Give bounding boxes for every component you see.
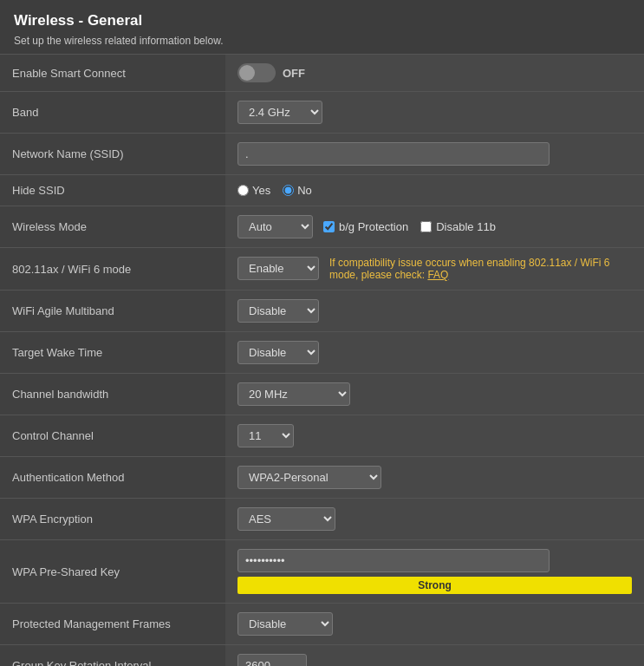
cell-smart-connect: OFF <box>225 55 644 92</box>
cell-target-wake-time: Disable Enable <box>225 332 644 374</box>
password-strength-indicator: Strong <box>237 577 632 594</box>
bg-protection-text: b/g Protection <box>339 220 408 233</box>
target-wake-time-select[interactable]: Disable Enable <box>237 341 319 364</box>
wifi6-warning-text: If compatibility issue occurs when enabl… <box>329 257 610 281</box>
hide-ssid-radio-group: Yes No <box>237 184 632 197</box>
label-smart-connect: Enable Smart Connect <box>0 55 225 92</box>
label-wpa-psk: WPA Pre-Shared Key <box>0 540 225 604</box>
agile-multiband-select[interactable]: Disable Enable <box>237 299 319 323</box>
row-agile-multiband: WiFi Agile Multiband Disable Enable <box>0 291 644 332</box>
smart-connect-toggle[interactable] <box>237 63 276 82</box>
settings-table: Enable Smart Connect OFF Band 2.4 GHz <box>0 55 644 666</box>
psk-cell: Strong <box>237 549 632 594</box>
label-channel-bandwidth: Channel bandwidth <box>0 374 225 415</box>
label-target-wake-time: Target Wake Time <box>0 332 225 374</box>
label-auth-method: Authentication Method <box>0 457 225 499</box>
page-title: Wireless - General <box>14 12 630 29</box>
cell-channel-bandwidth: 20 MHz 40 MHz 80 MHz 160 MHz <box>225 374 644 415</box>
label-agile-multiband: WiFi Agile Multiband <box>0 291 225 332</box>
disable-11b-label[interactable]: Disable 11b <box>420 220 496 233</box>
hide-ssid-no-radio[interactable] <box>283 185 294 196</box>
band-select[interactable]: 2.4 GHz 5 GHz <box>237 101 322 124</box>
toggle-track[interactable] <box>237 63 276 82</box>
label-wifi6: 802.11ax / WiFi 6 mode <box>0 248 225 291</box>
label-wpa-encryption: WPA Encryption <box>0 499 225 540</box>
cell-wpa-encryption: AES TKIP AES+TKIP <box>225 499 644 540</box>
control-channel-select[interactable]: 1234 5678 91011 <box>237 424 294 447</box>
row-target-wake-time: Target Wake Time Disable Enable <box>0 332 644 374</box>
toggle-state-label: OFF <box>283 67 305 80</box>
cell-group-key-rotation <box>225 645 644 667</box>
row-wireless-mode: Wireless Mode Auto N only B/G/N b/g Prot… <box>0 206 644 248</box>
row-wpa-encryption: WPA Encryption AES TKIP AES+TKIP <box>0 499 644 540</box>
ssid-input[interactable] <box>237 142 550 166</box>
label-control-channel: Control Channel <box>0 415 225 457</box>
row-control-channel: Control Channel 1234 5678 91011 <box>0 415 644 457</box>
cell-control-channel: 1234 5678 91011 <box>225 415 644 457</box>
toggle-container: OFF <box>237 63 632 82</box>
label-group-key-rotation: Group Key Rotation Interval <box>0 645 225 667</box>
channel-bandwidth-select[interactable]: 20 MHz 40 MHz 80 MHz 160 MHz <box>237 382 350 406</box>
cell-pmf: Disable Enable Capable <box>225 604 644 645</box>
disable-11b-text: Disable 11b <box>436 220 496 233</box>
auth-method-select[interactable]: Open System WPA-Personal WPA2-Personal W… <box>237 466 381 489</box>
row-channel-bandwidth: Channel bandwidth 20 MHz 40 MHz 80 MHz 1… <box>0 374 644 415</box>
row-hide-ssid: Hide SSID Yes No <box>0 175 644 206</box>
row-pmf: Protected Management Frames Disable Enab… <box>0 604 644 645</box>
wpa-encryption-select[interactable]: AES TKIP AES+TKIP <box>237 507 335 531</box>
wifi6-select[interactable]: Enable Disable <box>237 257 319 280</box>
row-wpa-psk: WPA Pre-Shared Key Strong <box>0 540 644 604</box>
row-auth-method: Authentication Method Open System WPA-Pe… <box>0 457 644 499</box>
cell-auth-method: Open System WPA-Personal WPA2-Personal W… <box>225 457 644 499</box>
hide-ssid-yes-text: Yes <box>252 184 270 197</box>
label-hide-ssid: Hide SSID <box>0 175 225 206</box>
group-key-rotation-input[interactable] <box>237 654 307 666</box>
row-group-key-rotation: Group Key Rotation Interval <box>0 645 644 667</box>
row-ssid: Network Name (SSID) <box>0 134 644 175</box>
cell-hide-ssid: Yes No <box>225 175 644 206</box>
cell-band: 2.4 GHz 5 GHz <box>225 92 644 134</box>
hide-ssid-no-text: No <box>297 184 312 197</box>
wireless-mode-select[interactable]: Auto N only B/G/N <box>237 215 313 238</box>
wifi6-warning: If compatibility issue occurs when enabl… <box>329 257 632 281</box>
row-smart-connect: Enable Smart Connect OFF <box>0 55 644 92</box>
bg-protection-checkbox[interactable] <box>323 221 335 232</box>
label-wireless-mode: Wireless Mode <box>0 206 225 248</box>
page-header: Wireless - General Set up the wireless r… <box>0 0 644 55</box>
label-band: Band <box>0 92 225 134</box>
cell-wifi6: Enable Disable If compatibility issue oc… <box>225 248 644 291</box>
page-container: Wireless - General Set up the wireless r… <box>0 0 644 666</box>
cell-wireless-mode: Auto N only B/G/N b/g Protection Disable… <box>225 206 644 248</box>
toggle-thumb <box>239 65 255 81</box>
wireless-mode-cell: Auto N only B/G/N b/g Protection Disable… <box>237 215 632 238</box>
hide-ssid-yes-label[interactable]: Yes <box>237 184 270 197</box>
wifi6-faq-link[interactable]: FAQ <box>427 269 448 281</box>
hide-ssid-yes-radio[interactable] <box>237 185 249 196</box>
cell-wpa-psk: Strong <box>225 540 644 604</box>
wpa-psk-input[interactable] <box>237 549 550 572</box>
label-ssid: Network Name (SSID) <box>0 134 225 175</box>
row-band: Band 2.4 GHz 5 GHz <box>0 92 644 134</box>
page-subtitle: Set up the wireless related information … <box>14 35 630 47</box>
wireless-mode-checkboxes: b/g Protection Disable 11b <box>323 220 496 233</box>
hide-ssid-no-label[interactable]: No <box>283 184 312 197</box>
bg-protection-label[interactable]: b/g Protection <box>323 220 408 233</box>
disable-11b-checkbox[interactable] <box>420 221 432 232</box>
row-wifi6: 802.11ax / WiFi 6 mode Enable Disable If… <box>0 248 644 291</box>
cell-agile-multiband: Disable Enable <box>225 291 644 332</box>
cell-ssid <box>225 134 644 175</box>
wifi6-cell: Enable Disable If compatibility issue oc… <box>237 257 632 281</box>
label-pmf: Protected Management Frames <box>0 604 225 645</box>
pmf-select[interactable]: Disable Enable Capable <box>237 612 333 636</box>
